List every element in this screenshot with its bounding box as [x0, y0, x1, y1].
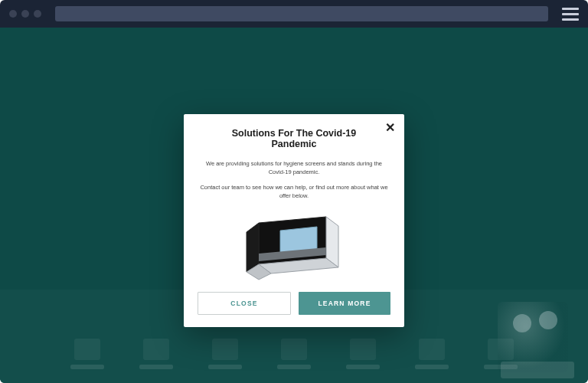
modal-title: Solutions For The Covid-19 Pandemic: [198, 128, 390, 149]
window-controls: [9, 10, 41, 18]
page-content: SOLUTIONS FOR NTS ✕ Solutions For The Co…: [0, 28, 588, 383]
covid-modal: ✕ Solutions For The Covid-19 Pandemic We…: [184, 114, 404, 327]
modal-backdrop: ✕ Solutions For The Covid-19 Pandemic We…: [0, 28, 588, 383]
window-close-icon[interactable]: [9, 10, 17, 18]
hamburger-menu-icon[interactable]: [562, 8, 579, 21]
modal-paragraph-2: Contact our team to see how we can help,…: [198, 184, 390, 200]
close-button[interactable]: CLOSE: [198, 292, 291, 315]
svg-marker-1: [247, 223, 259, 272]
window-minimize-icon[interactable]: [21, 10, 29, 18]
modal-body: We are providing solutions for hygiene s…: [198, 160, 390, 200]
close-icon[interactable]: ✕: [385, 122, 395, 134]
browser-window: SOLUTIONS FOR NTS ✕ Solutions For The Co…: [0, 0, 588, 383]
booth-illustration: [240, 208, 348, 281]
booth-icon: [240, 208, 348, 281]
browser-chrome: [0, 0, 588, 28]
learn-more-button[interactable]: LEARN MORE: [299, 292, 390, 315]
window-zoom-icon[interactable]: [34, 10, 41, 18]
modal-actions: CLOSE LEARN MORE: [198, 292, 390, 315]
url-bar[interactable]: [55, 6, 548, 21]
modal-paragraph-1: We are providing solutions for hygiene s…: [198, 160, 390, 176]
